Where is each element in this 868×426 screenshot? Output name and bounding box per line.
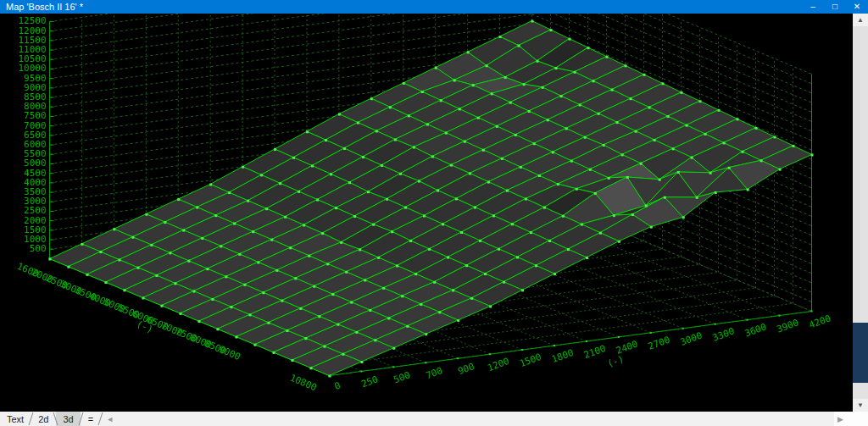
tabbar-spacer <box>119 412 834 426</box>
scroll-down-arrow-icon[interactable]: ▼ <box>853 399 868 412</box>
scrollbar-thumb[interactable] <box>853 323 868 383</box>
tab-3d-view[interactable]: 3d <box>56 412 80 426</box>
tab-2d-view[interactable]: 2d <box>31 412 55 426</box>
3d-surface-canvas[interactable] <box>0 14 853 412</box>
app-window: { "window": { "title": "Map 'Bosch II 16… <box>0 0 868 426</box>
tab-scroll-right-icon[interactable]: ▶ <box>834 412 868 426</box>
tab-text-view[interactable]: Text <box>0 412 31 426</box>
window-controls: – □ ✕ <box>802 0 868 14</box>
scroll-up-arrow-icon[interactable]: ▲ <box>853 14 868 26</box>
3d-map-view <box>0 14 853 412</box>
close-button[interactable]: ✕ <box>846 0 868 14</box>
tab-scroll-left-icon[interactable]: ◄ <box>101 412 119 426</box>
maximize-button[interactable]: □ <box>824 0 846 14</box>
title-bar: Map 'Bosch II 16' * – □ ✕ <box>0 0 868 14</box>
window-title: Map 'Bosch II 16' * <box>0 2 83 12</box>
vertical-scrollbar[interactable]: ▲ ▼ <box>853 14 868 412</box>
view-tab-bar: Text 2d 3d = ◄ ▶ <box>0 412 868 426</box>
minimize-button[interactable]: – <box>802 0 824 14</box>
